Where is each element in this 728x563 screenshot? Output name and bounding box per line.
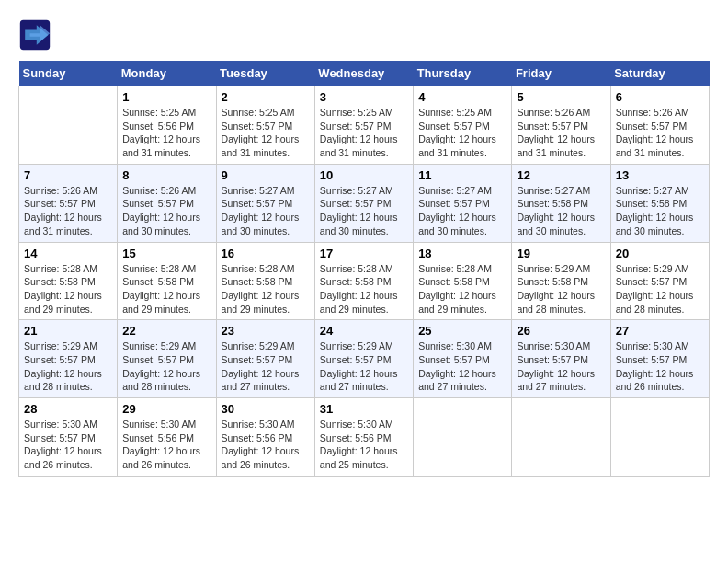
calendar-cell: 4Sunrise: 5:25 AM Sunset: 5:57 PM Daylig…	[414, 86, 512, 165]
calendar-cell: 10Sunrise: 5:27 AM Sunset: 5:57 PM Dayli…	[314, 164, 413, 242]
page-header	[18, 18, 710, 52]
header-cell-saturday: Saturday	[610, 61, 709, 86]
day-number: 5	[517, 90, 605, 104]
calendar-cell: 19Sunrise: 5:29 AM Sunset: 5:58 PM Dayli…	[512, 242, 610, 320]
calendar-cell: 12Sunrise: 5:27 AM Sunset: 5:58 PM Dayli…	[512, 164, 610, 242]
header-cell-monday: Monday	[118, 61, 216, 86]
calendar-cell: 13Sunrise: 5:27 AM Sunset: 5:58 PM Dayli…	[610, 164, 709, 242]
week-row-5: 28Sunrise: 5:30 AM Sunset: 5:57 PM Dayli…	[19, 398, 710, 477]
logo	[18, 18, 55, 52]
calendar-cell: 17Sunrise: 5:28 AM Sunset: 5:58 PM Dayli…	[314, 242, 413, 320]
day-info: Sunrise: 5:27 AM Sunset: 5:57 PM Dayligh…	[320, 184, 408, 238]
day-info: Sunrise: 5:28 AM Sunset: 5:58 PM Dayligh…	[320, 262, 408, 316]
calendar-cell: 9Sunrise: 5:27 AM Sunset: 5:57 PM Daylig…	[216, 164, 314, 242]
day-info: Sunrise: 5:30 AM Sunset: 5:56 PM Dayligh…	[320, 418, 408, 472]
day-info: Sunrise: 5:29 AM Sunset: 5:57 PM Dayligh…	[122, 339, 210, 394]
day-number: 27	[616, 324, 704, 338]
day-info: Sunrise: 5:27 AM Sunset: 5:57 PM Dayligh…	[222, 184, 310, 238]
calendar-cell: 23Sunrise: 5:29 AM Sunset: 5:57 PM Dayli…	[216, 320, 314, 398]
day-info: Sunrise: 5:30 AM Sunset: 5:56 PM Dayligh…	[222, 418, 310, 472]
calendar-cell: 29Sunrise: 5:30 AM Sunset: 5:56 PM Dayli…	[118, 398, 216, 477]
week-row-1: 1Sunrise: 5:25 AM Sunset: 5:56 PM Daylig…	[19, 86, 710, 165]
header-cell-wednesday: Wednesday	[314, 61, 413, 86]
day-number: 30	[222, 402, 310, 416]
calendar-cell: 3Sunrise: 5:25 AM Sunset: 5:57 PM Daylig…	[314, 86, 413, 165]
day-number: 11	[418, 168, 506, 182]
calendar-table: SundayMondayTuesdayWednesdayThursdayFrid…	[18, 61, 710, 477]
day-number: 9	[222, 168, 310, 182]
day-number: 12	[517, 168, 605, 182]
calendar-cell: 7Sunrise: 5:26 AM Sunset: 5:57 PM Daylig…	[19, 164, 118, 242]
calendar-cell	[512, 398, 610, 477]
day-info: Sunrise: 5:30 AM Sunset: 5:56 PM Dayligh…	[122, 418, 210, 472]
day-number: 13	[616, 168, 704, 182]
header-row: SundayMondayTuesdayWednesdayThursdayFrid…	[19, 61, 710, 86]
day-info: Sunrise: 5:28 AM Sunset: 5:58 PM Dayligh…	[418, 262, 506, 316]
header-cell-thursday: Thursday	[414, 61, 512, 86]
day-number: 18	[418, 247, 506, 260]
week-row-4: 21Sunrise: 5:29 AM Sunset: 5:57 PM Dayli…	[19, 320, 710, 398]
calendar-cell	[414, 398, 512, 477]
calendar-cell: 6Sunrise: 5:26 AM Sunset: 5:57 PM Daylig…	[610, 86, 709, 165]
calendar-cell: 15Sunrise: 5:28 AM Sunset: 5:58 PM Dayli…	[118, 242, 216, 320]
day-number: 25	[418, 324, 506, 338]
calendar-cell: 24Sunrise: 5:29 AM Sunset: 5:57 PM Dayli…	[314, 320, 413, 398]
day-number: 19	[517, 247, 605, 260]
calendar-cell: 25Sunrise: 5:30 AM Sunset: 5:57 PM Dayli…	[414, 320, 512, 398]
day-number: 26	[517, 324, 605, 338]
day-number: 1	[122, 90, 210, 104]
calendar-cell: 1Sunrise: 5:25 AM Sunset: 5:56 PM Daylig…	[118, 86, 216, 165]
day-info: Sunrise: 5:25 AM Sunset: 5:57 PM Dayligh…	[222, 106, 310, 160]
calendar-cell: 27Sunrise: 5:30 AM Sunset: 5:57 PM Dayli…	[610, 320, 709, 398]
day-number: 23	[222, 324, 310, 338]
calendar-cell	[610, 398, 709, 477]
day-number: 17	[320, 247, 408, 260]
header-cell-friday: Friday	[512, 61, 610, 86]
day-info: Sunrise: 5:29 AM Sunset: 5:58 PM Dayligh…	[517, 262, 605, 316]
calendar-cell: 28Sunrise: 5:30 AM Sunset: 5:57 PM Dayli…	[19, 398, 118, 477]
day-number: 6	[616, 90, 704, 104]
calendar-cell	[19, 86, 118, 165]
calendar-cell: 26Sunrise: 5:30 AM Sunset: 5:57 PM Dayli…	[512, 320, 610, 398]
day-number: 10	[320, 168, 408, 182]
day-info: Sunrise: 5:29 AM Sunset: 5:57 PM Dayligh…	[24, 339, 112, 394]
day-number: 16	[222, 247, 310, 260]
day-number: 3	[320, 90, 408, 104]
day-info: Sunrise: 5:30 AM Sunset: 5:57 PM Dayligh…	[418, 339, 506, 394]
day-number: 4	[418, 90, 506, 104]
day-info: Sunrise: 5:26 AM Sunset: 5:57 PM Dayligh…	[517, 106, 605, 160]
week-row-2: 7Sunrise: 5:26 AM Sunset: 5:57 PM Daylig…	[19, 164, 710, 242]
day-info: Sunrise: 5:27 AM Sunset: 5:58 PM Dayligh…	[517, 184, 605, 238]
calendar-cell: 21Sunrise: 5:29 AM Sunset: 5:57 PM Dayli…	[19, 320, 118, 398]
day-number: 7	[24, 168, 112, 182]
calendar-cell: 30Sunrise: 5:30 AM Sunset: 5:56 PM Dayli…	[216, 398, 314, 477]
calendar-cell: 8Sunrise: 5:26 AM Sunset: 5:57 PM Daylig…	[118, 164, 216, 242]
calendar-cell: 22Sunrise: 5:29 AM Sunset: 5:57 PM Dayli…	[118, 320, 216, 398]
day-info: Sunrise: 5:26 AM Sunset: 5:57 PM Dayligh…	[616, 106, 704, 160]
calendar-cell: 2Sunrise: 5:25 AM Sunset: 5:57 PM Daylig…	[216, 86, 314, 165]
day-info: Sunrise: 5:26 AM Sunset: 5:57 PM Dayligh…	[122, 184, 210, 238]
day-number: 21	[24, 324, 112, 338]
day-number: 28	[24, 402, 112, 416]
day-info: Sunrise: 5:28 AM Sunset: 5:58 PM Dayligh…	[122, 262, 210, 316]
day-number: 20	[616, 247, 704, 260]
calendar-body: 1Sunrise: 5:25 AM Sunset: 5:56 PM Daylig…	[19, 86, 710, 477]
day-number: 14	[24, 247, 112, 260]
header-cell-tuesday: Tuesday	[216, 61, 314, 86]
day-info: Sunrise: 5:27 AM Sunset: 5:58 PM Dayligh…	[616, 184, 704, 238]
calendar-header: SundayMondayTuesdayWednesdayThursdayFrid…	[19, 61, 710, 86]
calendar-cell: 20Sunrise: 5:29 AM Sunset: 5:57 PM Dayli…	[610, 242, 709, 320]
calendar-cell: 14Sunrise: 5:28 AM Sunset: 5:58 PM Dayli…	[19, 242, 118, 320]
day-info: Sunrise: 5:28 AM Sunset: 5:58 PM Dayligh…	[222, 262, 310, 316]
day-info: Sunrise: 5:29 AM Sunset: 5:57 PM Dayligh…	[616, 262, 704, 316]
day-info: Sunrise: 5:27 AM Sunset: 5:57 PM Dayligh…	[418, 184, 506, 238]
calendar-cell: 18Sunrise: 5:28 AM Sunset: 5:58 PM Dayli…	[414, 242, 512, 320]
day-number: 22	[122, 324, 210, 338]
calendar-cell: 11Sunrise: 5:27 AM Sunset: 5:57 PM Dayli…	[414, 164, 512, 242]
day-info: Sunrise: 5:29 AM Sunset: 5:57 PM Dayligh…	[320, 339, 408, 394]
header-cell-sunday: Sunday	[19, 61, 118, 86]
day-number: 24	[320, 324, 408, 338]
day-info: Sunrise: 5:28 AM Sunset: 5:58 PM Dayligh…	[24, 262, 112, 316]
day-number: 31	[320, 402, 408, 416]
day-info: Sunrise: 5:30 AM Sunset: 5:57 PM Dayligh…	[616, 339, 704, 394]
